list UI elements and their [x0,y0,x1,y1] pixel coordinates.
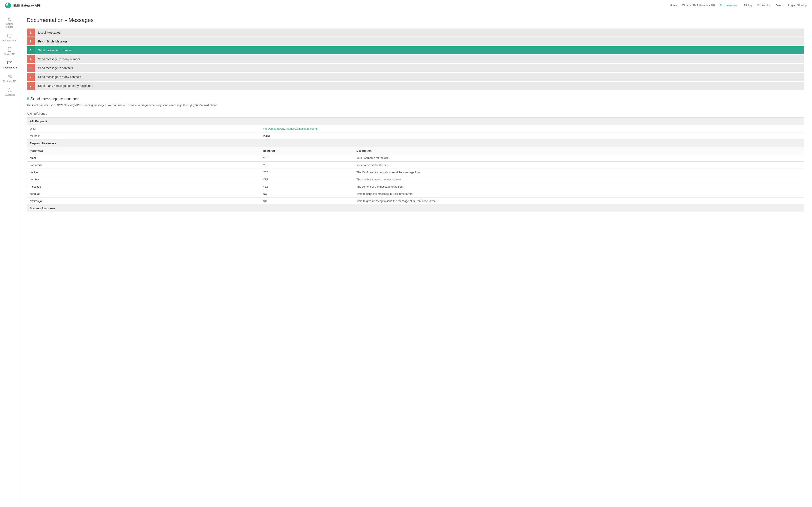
menu-num-4: 4 [27,55,35,63]
menu-item-1[interactable]: 1List of Messages [27,29,804,37]
param-name: device [27,169,260,176]
col-description: Description [354,147,804,154]
sidebar-label-authentication: Authentication [2,39,17,42]
section-description: The most popular use of SMS Gateway API … [27,103,804,108]
menu-label-3: Send message to number [35,49,75,52]
param-description: Time to send the message in Unix Time fo… [354,190,804,197]
svg-rect-2 [8,34,12,37]
message-icon [7,61,12,65]
param-row-expires_at: expires_at NO Time to give up trying to … [27,197,804,205]
menu-num-2: 2 [27,38,35,45]
method-label: Method: [27,132,260,139]
power-icon [7,17,12,21]
sidebar-label-getting-started: Getting Started [2,22,17,29]
menu-label-2: Fetch Single Message [35,40,71,43]
section-title: Send message to number [30,97,79,101]
method-row: Method: POST [27,132,804,139]
api-table: API Endpoint URL: http://smsgateway.me/a… [27,117,804,212]
brand[interactable]: SMS Gateway API [5,3,40,8]
svg-point-8 [8,75,10,77]
sidebar-item-message-api[interactable]: Message API [0,58,19,72]
url-row: URL: http://smsgateway.me/api/v3/message… [27,125,804,132]
page-title: Documentation - Messages [27,17,804,23]
param-row-message: message YES The content of the message t… [27,183,804,190]
param-required: YES [260,169,354,176]
sidebar-item-getting-started[interactable]: Getting Started [0,14,19,31]
param-required: YES [260,176,354,183]
url-value: http://smsgateway.me/api/v3/messages/sen… [260,125,804,132]
sidebar-item-contacts-api[interactable]: Contacts API [0,72,19,85]
param-required: YES [260,161,354,169]
nav-contact[interactable]: Contact Us [757,4,770,7]
param-required: NO [260,197,354,205]
brand-logo-icon [5,3,11,8]
top-navigation: SMS Gateway API Home What Is SMS Gateway… [0,0,812,11]
col-required: Required [260,147,354,154]
param-description: Your password for the site [354,161,804,169]
menu-num-5: 5 [27,64,35,72]
sidebar-item-authentication[interactable]: Authentication [0,31,19,45]
menu-item-6[interactable]: 6Send message to many contacts [27,73,804,81]
success-section-header: Success Response [27,205,804,212]
sidebar-label-message-api: Message API [3,66,17,69]
param-name: number [27,176,260,183]
svg-point-6 [9,51,10,51]
svg-rect-7 [8,61,12,64]
section-hash: # [27,97,29,101]
menu-num-1: 1 [27,29,35,37]
section-heading: #Send message to number [27,97,804,101]
param-name: password [27,161,260,169]
param-description: The content of the message to be sent [354,183,804,190]
page-layout: Getting Started Authentication Device AP… [0,11,812,507]
sidebar-label-callbacks: Callbacks [5,93,15,96]
success-title: Success Response [27,205,804,212]
menu-num-6: 6 [27,73,35,81]
svg-point-9 [10,75,11,77]
param-name: expires_at [27,197,260,205]
method-value: POST [260,132,804,139]
menu-item-4[interactable]: 4Send message to many number [27,55,804,63]
brand-name: SMS Gateway API [13,4,40,7]
param-name: email [27,154,260,161]
param-row-password: password YES Your password for the site [27,161,804,169]
nav-documentation[interactable]: Documentation [720,4,739,7]
sidebar-item-device-api[interactable]: Device API [0,45,19,58]
menu-item-7[interactable]: 7Send many messages to many recipients [27,82,804,90]
params-column-header: Parameter Required Description [27,147,804,154]
sidebar-label-contacts-api: Contacts API [3,80,16,82]
param-required: YES [260,154,354,161]
nav-demo[interactable]: Demo [776,4,783,7]
param-description: The number to send the message to [354,176,804,183]
menu-label-5: Send message to contacts [35,66,77,70]
people-icon [7,74,12,79]
request-params-section-header: Request Parameters [27,139,804,147]
request-params-title: Request Parameters [27,139,804,147]
param-name: send_at [27,190,260,197]
sidebar: Getting Started Authentication Device AP… [0,11,19,507]
nav-what-is[interactable]: What Is SMS Gateway API [682,4,715,7]
nav-login[interactable]: Login / Sign Up [788,4,807,7]
menu-item-5[interactable]: 5Send message to contacts [27,64,804,72]
sidebar-label-device-api: Device API [4,53,15,56]
nav-pricing[interactable]: Pricing [744,4,752,7]
url-link[interactable]: http://smsgateway.me/api/v3/messages/sen… [263,127,318,130]
menu-label-6: Send message to many contacts [35,75,84,78]
endpoint-section-header: API Endpoint [27,117,804,125]
menu-num-7: 7 [27,82,35,90]
menu-label-1: List of Messages [35,31,64,34]
nav-home[interactable]: Home [670,4,677,7]
main-content: Documentation - Messages 1List of Messag… [19,11,812,507]
param-row-email: email YES Your username for the site [27,154,804,161]
param-required: NO [260,190,354,197]
url-label: URL: [27,125,260,132]
nav-links: Home What Is SMS Gateway API Documentati… [670,4,807,7]
param-row-device: device YES The ID of device you wish to … [27,169,804,176]
monitor-icon [7,34,12,38]
param-row-number: number YES The number to send the messag… [27,176,804,183]
menu-item-2[interactable]: 2Fetch Single Message [27,38,804,45]
param-description: The ID of device you wish to send the me… [354,169,804,176]
menu-num-3: 3 [27,46,35,54]
sidebar-item-callbacks[interactable]: Callbacks [0,86,19,99]
menu-item-3[interactable]: 3Send message to number [27,46,804,54]
endpoint-section-title: API Endpoint [27,117,804,125]
